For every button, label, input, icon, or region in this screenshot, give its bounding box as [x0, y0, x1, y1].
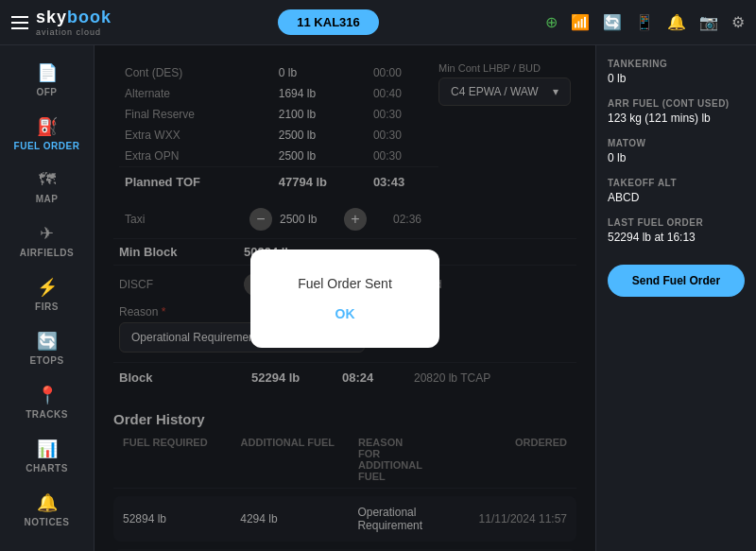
- fuel-order-icon: ⛽: [37, 116, 58, 137]
- matow-value: 0 lb: [608, 151, 745, 164]
- modal-box: Fuel Order Sent OK: [250, 250, 439, 348]
- arr-fuel-item: ARR FUEL (CONT USED) 123 kg (121 mins) l…: [608, 98, 745, 125]
- refresh-icon: 🔄: [603, 13, 622, 31]
- tablet-icon: 📱: [635, 13, 654, 31]
- wifi-icon: 📶: [571, 13, 590, 31]
- takeoff-alt-item: TAKEOFF ALT ABCD: [608, 178, 745, 204]
- matow-label: MATOW: [608, 138, 745, 148]
- arr-fuel-label: ARR FUEL (CONT USED): [608, 98, 745, 109]
- last-fuel-order-value: 52294 lb at 16:13: [608, 231, 745, 244]
- airfields-icon: ✈: [40, 223, 54, 244]
- sidebar-item-fuel-order[interactable]: ⛽ FUEL ORDER: [0, 107, 94, 161]
- sidebar-label-fuel-order: FUEL ORDER: [14, 141, 80, 151]
- sidebar-label-map: MAP: [36, 194, 59, 204]
- last-fuel-order-item: LAST FUEL ORDER 52294 lb at 16:13: [608, 217, 745, 244]
- send-fuel-order-button[interactable]: Send Fuel Order: [608, 265, 745, 297]
- matow-item: MATOW 0 lb: [608, 138, 745, 164]
- etops-icon: 🔄: [37, 331, 58, 352]
- tankering-value: 0 lb: [608, 72, 745, 85]
- sidebar: 📄 OFP ⛽ FUEL ORDER 🗺 MAP ✈ AIRFIELDS ⚡ F…: [0, 45, 94, 551]
- sidebar-label-firs: FIRS: [35, 301, 59, 312]
- takeoff-alt-value: ABCD: [608, 191, 745, 204]
- notices-icon: 🔔: [37, 492, 58, 513]
- last-fuel-order-label: LAST FUEL ORDER: [608, 217, 745, 228]
- arr-fuel-value: 123 kg (121 mins) lb: [608, 112, 745, 125]
- camera-icon: 📷: [699, 13, 718, 31]
- sidebar-label-airfields: AIRFIELDS: [20, 248, 74, 258]
- right-panel: TANKERING 0 lb ARR FUEL (CONT USED) 123 …: [595, 45, 756, 551]
- settings-icon[interactable]: ⚙: [731, 13, 745, 31]
- status-icon: ⊕: [545, 13, 558, 31]
- ofp-icon: 📄: [37, 62, 58, 83]
- modal-title: Fuel Order Sent: [288, 276, 402, 291]
- tracks-icon: 📍: [37, 385, 58, 405]
- takeoff-alt-label: TAKEOFF ALT: [608, 178, 745, 188]
- sidebar-label-notices: NOTICES: [25, 517, 70, 527]
- charts-icon: 📊: [37, 439, 58, 459]
- modal-ok-button[interactable]: OK: [335, 306, 355, 321]
- firs-icon: ⚡: [37, 277, 58, 298]
- sidebar-item-ofp[interactable]: 📄 OFP: [0, 53, 94, 107]
- tankering-item: TANKERING 0 lb: [608, 59, 745, 85]
- bell-icon: 🔔: [667, 13, 686, 31]
- modal-overlay: Fuel Order Sent OK: [94, 45, 595, 551]
- tankering-label: TANKERING: [608, 59, 745, 69]
- content-area: Cont (DES) 0 lb 00:00 Alternate 1694 lb …: [94, 45, 595, 551]
- sidebar-item-firs[interactable]: ⚡ FIRS: [0, 267, 94, 321]
- sidebar-item-etops[interactable]: 🔄 ETOPS: [0, 321, 94, 375]
- sidebar-item-map[interactable]: 🗺 MAP: [0, 161, 94, 214]
- sidebar-label-etops: ETOPS: [29, 355, 63, 366]
- map-icon: 🗺: [39, 170, 56, 190]
- sidebar-label-tracks: TRACKS: [26, 409, 68, 420]
- sidebar-item-charts[interactable]: 📊 CHARTS: [0, 429, 94, 483]
- sidebar-label-ofp: OFP: [36, 87, 57, 97]
- top-bar: skybook aviation cloud 11 KAL316 ⊕ 📶 🔄 📱…: [0, 0, 756, 45]
- hamburger-menu[interactable]: [11, 16, 28, 29]
- sidebar-label-charts: CHARTS: [26, 463, 68, 474]
- app-container: skybook aviation cloud 11 KAL316 ⊕ 📶 🔄 📱…: [0, 0, 756, 551]
- app-logo: skybook aviation cloud: [36, 8, 112, 37]
- app-subtitle: aviation cloud: [36, 27, 112, 37]
- flight-badge[interactable]: 11 KAL316: [278, 9, 378, 35]
- sidebar-item-notices[interactable]: 🔔 NOTICES: [0, 483, 94, 537]
- top-bar-left: skybook aviation cloud: [11, 8, 112, 37]
- main-area: 📄 OFP ⛽ FUEL ORDER 🗺 MAP ✈ AIRFIELDS ⚡ F…: [0, 45, 756, 551]
- top-bar-right: ⊕ 📶 🔄 📱 🔔 📷 ⚙: [545, 13, 745, 31]
- sidebar-item-airfields[interactable]: ✈ AIRFIELDS: [0, 214, 94, 267]
- top-bar-center: 11 KAL316: [112, 9, 545, 35]
- sidebar-item-tracks[interactable]: 📍 TRACKS: [0, 375, 94, 429]
